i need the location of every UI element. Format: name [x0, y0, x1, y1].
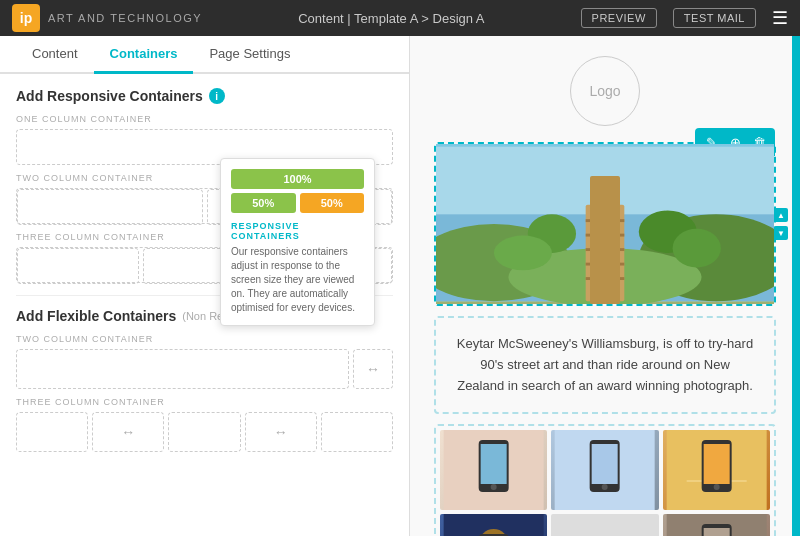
flex-col-3: [168, 412, 240, 452]
logo-icon: ip: [12, 4, 40, 32]
resize-arrows-1-icon: ↔: [121, 424, 135, 440]
flex-left-col: [16, 349, 349, 389]
left-panel: Content Containers Page Settings Add Res…: [0, 36, 410, 536]
svg-rect-10: [586, 277, 625, 280]
one-column-label: ONE COLUMN CONTAINER: [16, 114, 393, 124]
tab-content[interactable]: Content: [16, 36, 94, 74]
photo-cell-1: [440, 430, 547, 510]
description-text-area: Keytar McSweeney's Williamsburg, is off …: [436, 318, 774, 412]
responsive-preview-popup: 100% 50% 50% RESPONSIVE CONTAINERS Our r…: [220, 158, 375, 326]
responsive-containers-title: Add Responsive Containers i: [16, 88, 393, 104]
preview-button[interactable]: PREVIEW: [581, 8, 657, 28]
arrow-down-icon[interactable]: ▼: [774, 226, 788, 240]
arrow-up-icon[interactable]: ▲: [774, 208, 788, 222]
breadcrumb: Content | Template A > Design A: [298, 11, 484, 26]
flex-three-column-container[interactable]: ↔ ↔: [16, 412, 393, 452]
photo-1-svg: [440, 430, 547, 510]
hero-image: [436, 144, 774, 304]
photo-grid-block[interactable]: Join The Search: [434, 424, 776, 536]
photo-grid: Join The Search: [436, 426, 774, 536]
photo-cell-2: [551, 430, 658, 510]
tab-bar: Content Containers Page Settings: [0, 36, 409, 74]
hero-image-block[interactable]: ✎ ⊕ 🗑: [434, 142, 776, 306]
resp-description: Our responsive containers adjust in resp…: [231, 245, 364, 315]
tab-page-settings[interactable]: Page Settings: [193, 36, 306, 74]
flex-two-column-label: TWO COLUMN CONTAINER: [16, 334, 393, 344]
svg-rect-21: [592, 444, 618, 484]
right-panel: Logo ✎ ⊕ 🗑: [410, 36, 800, 536]
hero-svg: [436, 144, 774, 304]
photo-2-svg: [551, 430, 658, 510]
svg-rect-26: [703, 444, 729, 484]
tab-containers[interactable]: Containers: [94, 36, 194, 74]
flexible-title-text: Add Flexible Containers: [16, 308, 176, 324]
resize-arrows-2-icon: ↔: [274, 424, 288, 440]
svg-rect-5: [586, 205, 625, 302]
side-arrows: ▲ ▼: [774, 208, 788, 240]
brand-logo: ip ART AND TECHNOLOGY: [12, 4, 202, 32]
top-navigation: ip ART AND TECHNOLOGY Content | Template…: [0, 0, 800, 36]
email-preview: Logo ✎ ⊕ 🗑: [410, 36, 800, 536]
flex-three-column-label: THREE COLUMN CONTAINER: [16, 397, 393, 407]
email-logo: Logo: [570, 56, 640, 126]
photo-3-svg: [663, 430, 770, 510]
description-paragraph: Keytar McSweeney's Williamsburg, is off …: [456, 334, 754, 396]
panel-content: Add Responsive Containers i ONE COLUMN C…: [0, 74, 409, 536]
resp-bar-50-right: 50%: [300, 193, 365, 213]
svg-rect-7: [586, 234, 625, 237]
flex-col-5: [321, 412, 393, 452]
svg-rect-17: [481, 444, 507, 484]
main-layout: Content Containers Page Settings Add Res…: [0, 36, 800, 536]
description-block[interactable]: Keytar McSweeney's Williamsburg, is off …: [434, 316, 776, 414]
photo-cell-3: [663, 430, 770, 510]
svg-point-27: [713, 484, 719, 490]
svg-point-14: [673, 229, 721, 268]
photo-cell-6: [663, 514, 770, 536]
svg-point-18: [491, 484, 497, 490]
svg-rect-9: [586, 263, 625, 266]
two-col-left: [17, 189, 203, 225]
resp-heading: RESPONSIVE CONTAINERS: [231, 221, 364, 241]
three-col-1: [17, 248, 139, 284]
flex-right-handle[interactable]: ↔: [353, 349, 393, 389]
svg-point-13: [494, 236, 552, 271]
resp-bar-100: 100%: [231, 169, 364, 189]
hamburger-icon[interactable]: ☰: [772, 7, 788, 29]
nav-actions: PREVIEW TEST MAIL ☰: [581, 7, 788, 29]
flex-col-1: [16, 412, 88, 452]
test-mail-button[interactable]: TEST MAIL: [673, 8, 756, 28]
flex-two-column-container[interactable]: ↔: [16, 349, 393, 389]
svg-rect-6: [586, 219, 625, 222]
svg-rect-8: [586, 248, 625, 251]
svg-rect-35: [703, 528, 729, 536]
photo-cell-4: [440, 514, 547, 536]
resize-arrows-icon: ↔: [366, 361, 380, 377]
info-icon[interactable]: i: [209, 88, 225, 104]
photo-6-svg: [663, 514, 770, 536]
brand-text: ART AND TECHNOLOGY: [48, 12, 202, 24]
resp-bar-row: 50% 50%: [231, 193, 364, 213]
photo-4-svg: [440, 514, 547, 536]
flex-col-2-handle[interactable]: ↔: [92, 412, 164, 452]
flex-col-4-handle[interactable]: ↔: [245, 412, 317, 452]
cta-cell: Join The Search: [551, 514, 658, 536]
resp-bar-50-left: 50%: [231, 193, 296, 213]
svg-point-22: [602, 484, 608, 490]
